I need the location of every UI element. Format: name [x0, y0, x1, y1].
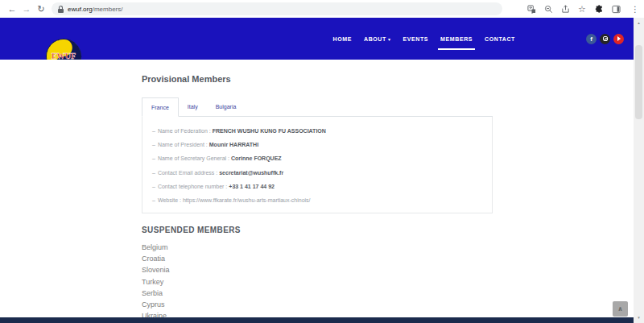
- play-glyph: [617, 36, 621, 41]
- chevron-down-icon: ▾: [388, 37, 391, 42]
- detail-value: FRENCH WUSHU KUNG FU ASSOCIATION: [213, 128, 326, 134]
- instagram-icon[interactable]: [600, 34, 610, 44]
- federation-details-panel: –Name of Federation :FRENCH WUSHU KUNG F…: [142, 117, 493, 213]
- detail-label: Name of Secretary General :: [158, 155, 229, 161]
- back-icon[interactable]: ←: [5, 0, 19, 18]
- detail-label: Contact telephone number :: [158, 184, 227, 189]
- browser-toolbar: ← → ↻ ewuf.org/members/ ☆ ⋮: [0, 0, 644, 18]
- nav-about-label: ABOUT: [364, 36, 386, 42]
- translate-icon[interactable]: [526, 4, 536, 14]
- site-header: EWUF HOME ABOUT▾ EVENTS MEMBERS CONTACT …: [0, 18, 634, 60]
- detail-label: Name of Federation :: [158, 128, 211, 134]
- scrollbar-up-icon[interactable]: ▴: [634, 20, 644, 25]
- nav-item-about[interactable]: ABOUT▾: [364, 36, 391, 42]
- main-nav: HOME ABOUT▾ EVENTS MEMBERS CONTACT: [333, 18, 515, 60]
- dash: –: [152, 170, 155, 176]
- url-path: /members/: [93, 6, 123, 13]
- facebook-icon[interactable]: f: [586, 34, 597, 44]
- list-item-cyprus: Cyprus: [142, 299, 493, 310]
- list-item-slovenia: Slovenia: [142, 264, 493, 275]
- provisional-members-title: Provisional Members: [142, 74, 493, 84]
- bookmark-icon[interactable]: ☆: [577, 4, 587, 14]
- detail-value-email[interactable]: secretariat@wushuffk.fr: [219, 170, 283, 176]
- list-item-turkey: Turkey: [142, 276, 493, 288]
- footer-bar: [0, 317, 634, 323]
- page-content: Provisional Members France Italy Bulgari…: [0, 60, 634, 317]
- dash: –: [152, 184, 155, 189]
- side-panel-icon[interactable]: [611, 4, 621, 14]
- refresh-icon[interactable]: ↻: [34, 0, 48, 18]
- dash: –: [152, 128, 155, 134]
- chevron-up-icon: ∧: [617, 305, 623, 313]
- detail-row-email: –Contact Email address :secretariat@wush…: [152, 166, 482, 180]
- nav-item-home[interactable]: HOME: [333, 36, 352, 42]
- detail-row-website: –Website :https://www.ffkarate.fr/wushu-…: [152, 193, 482, 207]
- list-item-belgium: Belgium: [142, 242, 493, 253]
- suspended-members-list: Belgium Croatia Slovenia Turkey Serbia C…: [142, 242, 493, 321]
- lock-icon[interactable]: [58, 6, 64, 13]
- detail-value: Mounir HARRATHI: [209, 142, 258, 147]
- list-item-serbia: Serbia: [142, 288, 493, 299]
- detail-row-federation: –Name of Federation :FRENCH WUSHU KUNG F…: [152, 124, 482, 138]
- detail-row-phone: –Contact telephone number :+33 1 41 17 4…: [152, 180, 482, 193]
- url-domain: ewuf.org: [68, 6, 93, 13]
- detail-value-phone: +33 1 41 17 44 92: [229, 184, 275, 189]
- share-icon[interactable]: [560, 4, 570, 14]
- suspended-members-title: SUSPENDED MEMBERS: [142, 226, 493, 234]
- dash: –: [152, 197, 155, 203]
- social-links: f: [586, 18, 624, 60]
- extensions-icon[interactable]: [594, 4, 604, 14]
- tab-bulgaria[interactable]: Bulgaria: [207, 97, 246, 116]
- scrollbar-thumb[interactable]: [635, 45, 642, 119]
- detail-value-website-link[interactable]: https://www.ffkarate.fr/wushu-arts-marti…: [183, 197, 311, 203]
- dash: –: [152, 142, 155, 147]
- browser-menu-icon[interactable]: ⋮: [631, 5, 639, 14]
- detail-label: Website :: [158, 197, 181, 203]
- forward-icon[interactable]: →: [19, 0, 34, 18]
- nav-item-members[interactable]: MEMBERS: [440, 36, 473, 42]
- nav-item-contact[interactable]: CONTACT: [485, 36, 515, 42]
- scroll-to-top-button[interactable]: ∧: [613, 301, 628, 317]
- detail-label: Name of President :: [158, 142, 208, 147]
- dash: –: [152, 155, 155, 161]
- vertical-scrollbar[interactable]: ▴ ▾: [634, 18, 644, 323]
- detail-row-secretary: –Name of Secretary General :Corinne FORQ…: [152, 151, 482, 165]
- country-tabs: France Italy Bulgaria: [142, 97, 493, 117]
- toolbar-actions: ☆ ⋮: [526, 4, 639, 14]
- tab-italy[interactable]: Italy: [179, 97, 207, 116]
- detail-value: Corinne FORQUEZ: [231, 155, 282, 161]
- members-container: Provisional Members France Italy Bulgari…: [142, 60, 493, 321]
- tab-france[interactable]: France: [142, 97, 179, 117]
- zoom-icon[interactable]: [543, 4, 553, 14]
- detail-row-president: –Name of President :Mounir HARRATHI: [152, 138, 482, 151]
- scrollbar-down-icon[interactable]: ▾: [634, 315, 644, 320]
- detail-label: Contact Email address :: [158, 170, 217, 176]
- address-bar[interactable]: ewuf.org/members/: [52, 2, 502, 15]
- youtube-icon[interactable]: [613, 34, 624, 44]
- list-item-croatia: Croatia: [142, 253, 493, 264]
- url-text[interactable]: ewuf.org/members/: [68, 6, 122, 13]
- nav-item-events[interactable]: EVENTS: [403, 36, 429, 42]
- instagram-glyph: [603, 36, 608, 41]
